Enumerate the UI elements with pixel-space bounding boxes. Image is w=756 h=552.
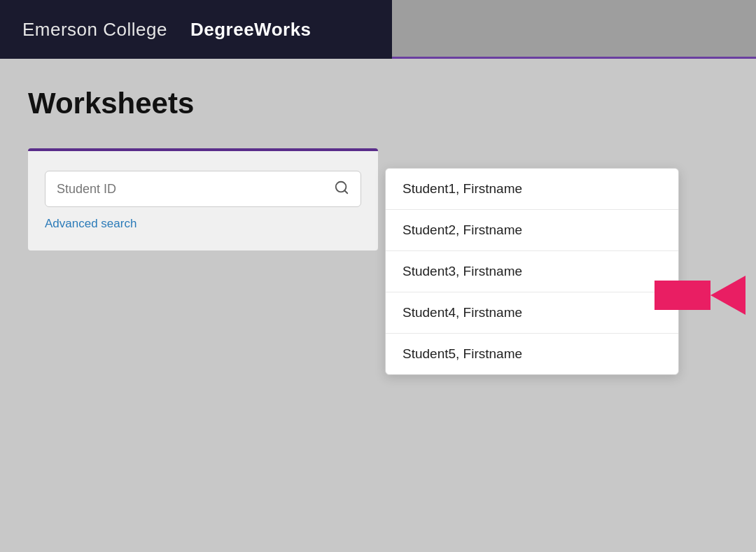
dropdown-item[interactable]: Student1, Firstname: [386, 169, 678, 210]
header-right: [392, 0, 756, 59]
main-content: Worksheets Advanced search Student1, Fir…: [0, 59, 756, 250]
student-id-input[interactable]: [57, 182, 334, 197]
search-input-wrapper: [45, 171, 361, 207]
dropdown-item[interactable]: Student5, Firstname: [386, 334, 678, 374]
header: Emerson College DegreeWorks: [0, 0, 756, 59]
arrow-head: [710, 276, 746, 315]
dropdown-item[interactable]: Student3, Firstname: [386, 251, 678, 292]
dropdown-item[interactable]: Student4, Firstname: [386, 292, 678, 334]
arrow-annotation: [654, 276, 746, 315]
svg-line-1: [344, 190, 347, 193]
search-icon: [334, 180, 349, 199]
dropdown-item[interactable]: Student2, Firstname: [386, 210, 678, 251]
search-panel: Advanced search Student1, Firstname Stud…: [28, 148, 378, 250]
arrow-body: [654, 281, 710, 310]
app-name: DegreeWorks: [190, 19, 312, 41]
header-brand: Emerson College DegreeWorks: [0, 0, 392, 59]
advanced-search-link[interactable]: Advanced search: [45, 217, 136, 231]
student-dropdown: Student1, Firstname Student2, Firstname …: [385, 168, 679, 375]
college-name: Emerson College: [22, 19, 167, 41]
page-title: Worksheets: [28, 87, 728, 120]
